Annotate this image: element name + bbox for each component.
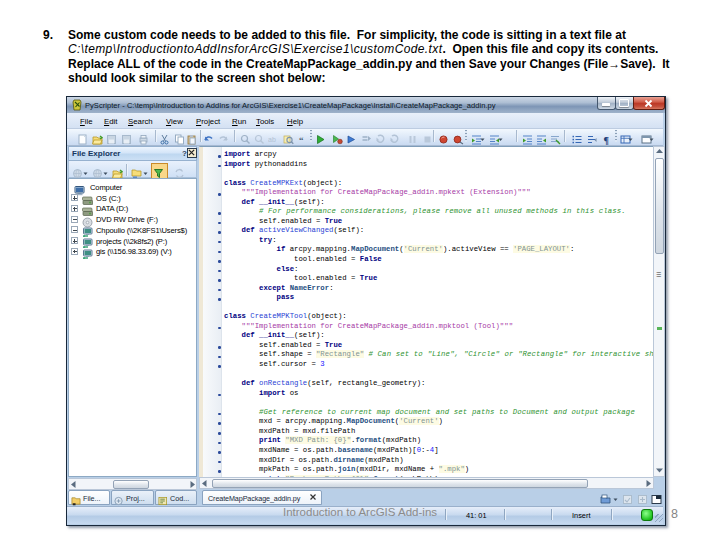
svg-text:ab: ab bbox=[268, 136, 276, 143]
svg-text:¶: ¶ bbox=[604, 134, 609, 145]
svg-text:“: “ bbox=[299, 135, 304, 145]
